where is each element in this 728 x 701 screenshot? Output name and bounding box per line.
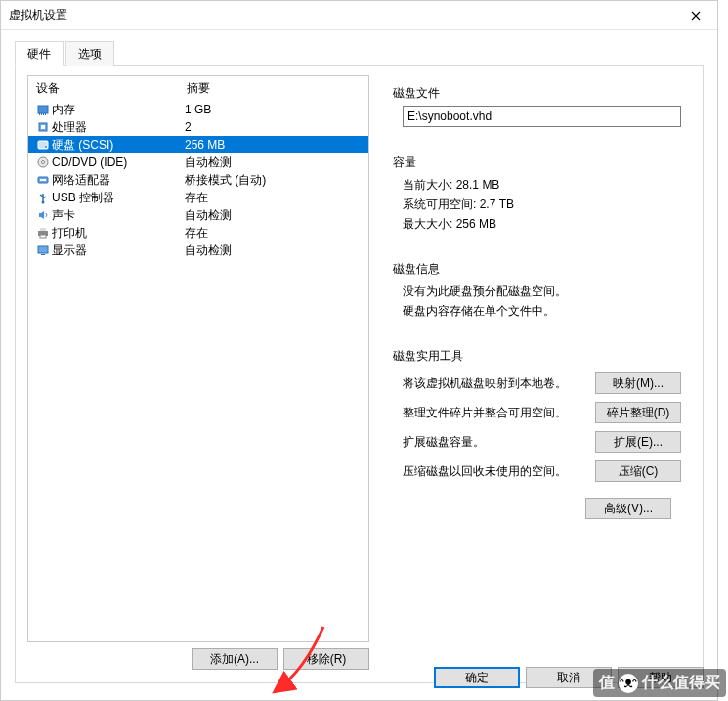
advanced-button[interactable]: 高级(V)... [585, 498, 671, 519]
header-summary: 摘要 [187, 80, 361, 97]
utilities-legend: 磁盘实用工具 [393, 348, 681, 365]
disk-file-path[interactable] [403, 106, 681, 127]
defrag-button[interactable]: 碎片整理(D) [595, 402, 681, 423]
device-summary: 自动检测 [185, 207, 363, 224]
memory-icon [36, 103, 50, 116]
device-summary: 1 GB [185, 103, 363, 116]
disk-info-legend: 磁盘信息 [393, 261, 681, 278]
device-summary: 2 [185, 120, 363, 134]
svg-rect-6 [41, 125, 45, 129]
watermark-text-2: 什么值得买 [642, 673, 720, 693]
left-panel: 设备 摘要 内存 1 GB 处理器 2 [27, 75, 369, 673]
watermark: 值 ᵔᴥᵔ 什么值得买 [593, 669, 726, 697]
disk-info-group: 磁盘信息 没有为此硬盘预分配磁盘空间。 硬盘内容存储在单个文件中。 [383, 251, 691, 329]
svg-rect-16 [40, 235, 46, 238]
compact-desc: 压缩磁盘以回收未使用的空间。 [403, 463, 595, 480]
free-space-value: 2.7 TB [480, 197, 514, 211]
capacity-legend: 容量 [393, 154, 681, 171]
sound-icon [36, 208, 50, 222]
device-row-network[interactable]: 网络适配器 桥接模式 (自动) [28, 171, 368, 189]
device-list: 设备 摘要 内存 1 GB 处理器 2 [27, 75, 369, 642]
svg-rect-4 [45, 113, 46, 115]
tab-row: 硬件 选项 [15, 40, 704, 66]
disk-file-legend: 磁盘文件 [393, 85, 681, 102]
settings-window: 虚拟机设置 硬件 选项 设备 摘要 内存 1 GB [0, 0, 718, 701]
device-summary: 桥接模式 (自动) [185, 172, 363, 189]
tab-body: 设备 摘要 内存 1 GB 处理器 2 [15, 66, 704, 683]
device-row-cpu[interactable]: 处理器 2 [28, 118, 368, 136]
max-size-label: 最大大小: [403, 217, 452, 231]
svg-rect-17 [38, 246, 48, 253]
device-name: USB 控制器 [52, 190, 185, 206]
device-row-disk[interactable]: 硬盘 (SCSI) 256 MB [28, 136, 368, 153]
device-name: 显示器 [52, 242, 185, 259]
compact-button[interactable]: 压缩(C) [595, 460, 681, 482]
svg-rect-0 [38, 106, 48, 113]
device-summary: 自动检测 [185, 242, 363, 259]
device-summary: 自动检测 [185, 154, 363, 171]
defrag-desc: 整理文件碎片并整合可用空间。 [403, 405, 595, 421]
disk-info-line2: 硬盘内容存储在单个文件中。 [393, 301, 681, 321]
disk-utilities-group: 磁盘实用工具 将该虚拟机磁盘映射到本地卷。 映射(M)... 整理文件碎片并整合… [383, 338, 691, 527]
svg-rect-3 [43, 113, 44, 115]
device-row-cdrom[interactable]: CD/DVD (IDE) 自动检测 [28, 153, 368, 171]
device-name: 内存 [52, 102, 185, 118]
add-button[interactable]: 添加(A)... [192, 648, 278, 670]
add-remove-row: 添加(A)... 移除(R) [27, 648, 369, 670]
ok-button[interactable]: 确定 [434, 667, 520, 688]
device-summary: 256 MB [185, 138, 363, 152]
svg-rect-1 [39, 113, 40, 115]
watermark-face-icon: ᵔᴥᵔ [619, 674, 638, 693]
device-summary: 存在 [185, 225, 363, 241]
svg-rect-18 [41, 254, 45, 255]
device-row-usb[interactable]: USB 控制器 存在 [28, 189, 368, 206]
cd-icon [36, 155, 50, 169]
device-row-sound[interactable]: 声卡 自动检测 [28, 206, 368, 224]
device-row-printer[interactable]: 打印机 存在 [28, 224, 368, 241]
device-name: 网络适配器 [52, 172, 185, 189]
map-button[interactable]: 映射(M)... [595, 372, 681, 394]
capacity-max: 最大大小: 256 MB [393, 214, 681, 234]
device-summary: 存在 [185, 190, 363, 206]
header-device: 设备 [36, 80, 187, 97]
usb-icon [36, 191, 50, 204]
device-name: 打印机 [52, 225, 185, 241]
svg-point-10 [42, 161, 45, 164]
free-space-label: 系统可用空间: [403, 197, 476, 211]
svg-rect-12 [40, 179, 46, 181]
svg-rect-2 [41, 113, 42, 115]
svg-point-13 [42, 201, 45, 204]
device-name: 声卡 [52, 207, 185, 224]
disk-info-line1: 没有为此硬盘预分配磁盘空间。 [393, 282, 681, 301]
device-row-display[interactable]: 显示器 自动检测 [28, 241, 368, 259]
expand-button[interactable]: 扩展(E)... [595, 431, 681, 453]
device-name: CD/DVD (IDE) [52, 155, 185, 169]
current-size-value: 28.1 MB [456, 178, 500, 192]
device-row-memory[interactable]: 内存 1 GB [28, 101, 368, 118]
display-icon [36, 243, 50, 257]
map-desc: 将该虚拟机磁盘映射到本地卷。 [403, 375, 595, 392]
close-icon [691, 11, 701, 21]
right-panel: 磁盘文件 容量 当前大小: 28.1 MB 系统可用空间: 2.7 TB [383, 75, 691, 673]
disk-file-group: 磁盘文件 [383, 75, 691, 135]
title-bar: 虚拟机设置 [1, 1, 717, 30]
close-button[interactable] [673, 1, 717, 30]
printer-icon [36, 226, 50, 240]
current-size-label: 当前大小: [403, 178, 452, 192]
content-area: 硬件 选项 设备 摘要 内存 1 GB [1, 30, 717, 697]
tab-options[interactable]: 选项 [65, 41, 114, 66]
disk-icon [36, 138, 50, 152]
svg-point-8 [45, 146, 47, 148]
remove-button[interactable]: 移除(R) [283, 648, 369, 670]
device-name: 处理器 [52, 119, 185, 136]
watermark-text-1: 值 [599, 673, 615, 693]
max-size-value: 256 MB [456, 217, 496, 231]
capacity-group: 容量 当前大小: 28.1 MB 系统可用空间: 2.7 TB 最大大小: 25… [383, 145, 691, 241]
svg-rect-15 [40, 228, 46, 231]
tab-hardware[interactable]: 硬件 [15, 41, 64, 66]
device-name: 硬盘 (SCSI) [52, 137, 185, 153]
window-title: 虚拟机设置 [9, 7, 67, 23]
cpu-icon [36, 120, 50, 134]
device-list-header: 设备 摘要 [28, 76, 368, 101]
capacity-free: 系统可用空间: 2.7 TB [393, 195, 681, 214]
